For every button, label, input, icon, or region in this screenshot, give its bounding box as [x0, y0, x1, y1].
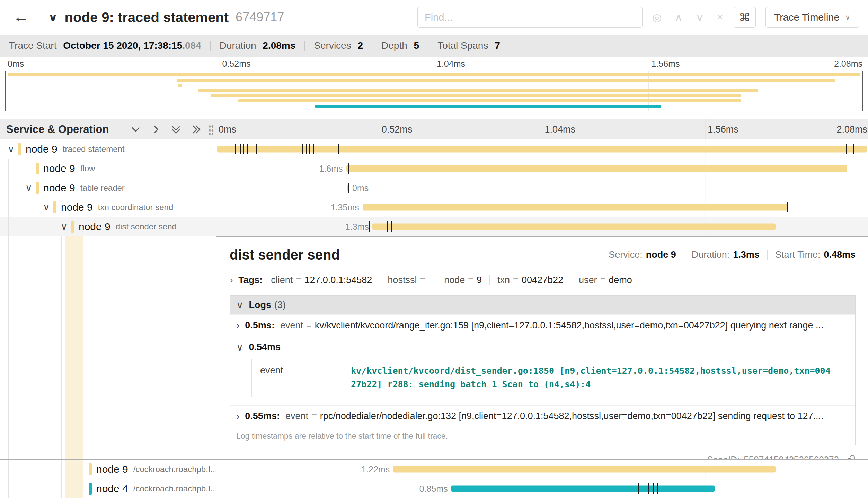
summary-label: Depth	[381, 40, 410, 51]
log-marker	[318, 144, 318, 154]
indent-guide	[44, 479, 44, 498]
indent-guide	[8, 217, 9, 236]
log-fields-table: event kv/kvclient/kvcoord/dist_sender.go…	[251, 359, 842, 397]
indent-guide	[26, 217, 26, 236]
log-entry-expanded[interactable]: ∨ 0.54ms event kv/kvclient/kvcoord/dist_…	[230, 336, 855, 405]
span-bar[interactable]	[346, 165, 847, 172]
log-entry[interactable]: › 0.5ms: event = kv/kvclient/kvcoord/ran…	[230, 314, 855, 336]
span-timeline-cell[interactable]: 1.35ms	[216, 198, 868, 217]
collapse-all-icon[interactable]	[171, 125, 181, 134]
span-toggle-chevron-down-icon[interactable]: ∨	[57, 221, 71, 232]
clear-icon[interactable]: ×	[717, 11, 723, 24]
separator	[210, 41, 211, 51]
service-name: node 9	[43, 182, 75, 194]
separator	[304, 41, 305, 51]
chevron-up-icon[interactable]: ∧	[675, 11, 683, 24]
span-toggle-chevron-down-icon[interactable]: ∨	[4, 144, 18, 155]
chevron-down-icon[interactable]: ∨	[236, 299, 243, 311]
timeline-header-left: Service & Operation	[0, 119, 216, 139]
find-input[interactable]	[417, 7, 643, 28]
span-row[interactable]: node 9/cockroach.roachpb.I...1.22ms	[0, 460, 868, 479]
log-marker	[313, 144, 314, 154]
chevron-down-icon[interactable]: ∨	[236, 342, 243, 353]
span-bar[interactable]	[451, 486, 715, 492]
logs-note: Log timestamps are relative to the start…	[230, 427, 855, 445]
time-tick-label: 1.04ms	[434, 59, 465, 69]
column-resizer-grip[interactable]	[209, 125, 214, 136]
equals-sign: =	[296, 275, 301, 286]
span-bar[interactable]	[393, 466, 775, 473]
indent-guide	[61, 236, 62, 459]
log-value: rpc/nodedialer/nodedialer.go:132 [n9,cli…	[320, 411, 824, 422]
keyboard-shortcuts-button[interactable]: ⌘	[734, 7, 756, 28]
indent-guide	[61, 460, 62, 479]
chevron-right-icon[interactable]: ›	[236, 411, 239, 422]
minimap-canvas[interactable]	[5, 71, 863, 111]
span-duration-label: 1.6ms	[284, 164, 343, 174]
span-row[interactable]: node 4/cockroach.roachpb.I...0.85ms	[0, 479, 868, 498]
span-timeline-cell[interactable]: 1.22ms	[216, 460, 868, 479]
service-name: node 9	[26, 143, 57, 155]
collapse-one-icon[interactable]	[131, 125, 141, 134]
chevron-down-icon[interactable]: ∨	[696, 11, 704, 24]
span-detail-title: dist sender send	[230, 247, 340, 263]
log-value: kv/kvclient/kvcoord/range_iter.go:159 [n…	[315, 320, 824, 331]
summary-value: 2	[357, 40, 363, 51]
time-tick-label: 0.52ms	[220, 59, 251, 69]
link-icon[interactable]	[845, 454, 856, 459]
summary-value-fraction: .084	[182, 40, 201, 51]
span-row[interactable]: ∨node 9traced statement	[0, 139, 868, 159]
span-timeline-cell[interactable]: 0.85ms	[216, 479, 868, 498]
log-marker	[653, 483, 654, 494]
span-row[interactable]: node 9flow1.6ms	[0, 159, 868, 178]
chevron-right-icon[interactable]: ›	[236, 320, 239, 331]
span-bar[interactable]	[217, 146, 867, 153]
expand-one-icon[interactable]	[151, 125, 161, 134]
chevron-right-icon[interactable]: ›	[230, 274, 233, 286]
equals-sign: =	[306, 320, 312, 331]
log-entry[interactable]: › 0.55ms: event = rpc/nodedialer/nodedia…	[230, 405, 855, 427]
expand-all-icon[interactable]	[191, 125, 201, 134]
trace-summary-items: Trace Start October 15 2020, 17:38:15.08…	[9, 40, 500, 52]
log-marker	[787, 202, 788, 212]
service-color-bar	[71, 221, 74, 233]
back-button[interactable]: ←	[9, 7, 39, 28]
span-detail-row: dist sender send Service:node 9 Duration…	[0, 236, 868, 460]
span-timeline-cell[interactable]: 1.3ms	[216, 217, 868, 236]
span-toggle-chevron-down-icon[interactable]: ∨	[39, 202, 53, 213]
log-marker	[306, 144, 307, 154]
span-duration-label: 1.3ms	[310, 222, 369, 232]
service-name: node 9	[79, 221, 110, 233]
log-marker	[638, 483, 639, 494]
operation-name: flow	[80, 164, 95, 173]
service-name: node 9	[61, 201, 93, 213]
separator	[489, 275, 490, 285]
logs-count: (3)	[274, 300, 286, 310]
operation-name: dist sender send	[116, 222, 177, 232]
span-list-bottom: node 9/cockroach.roachpb.I...1.22msnode …	[0, 460, 868, 498]
selected-span-indent-guide	[65, 236, 83, 459]
span-bar[interactable]	[363, 204, 789, 211]
span-timeline-cell[interactable]	[216, 139, 868, 159]
minimap-span-bar	[177, 79, 835, 82]
operation-name: table reader	[80, 183, 125, 193]
log-marker	[648, 483, 649, 494]
locate-icon[interactable]: ◎	[652, 11, 662, 24]
span-row[interactable]: ∨node 9table reader0ms	[0, 178, 868, 198]
span-timeline-cell[interactable]: 1.6ms	[216, 159, 868, 178]
span-row[interactable]: ∨node 9txn coordinator send1.35ms	[0, 198, 868, 217]
trace-title-group[interactable]: ∨ node 9: traced statement 6749717	[48, 10, 284, 25]
span-detail-panel: dist sender send Service:node 9 Duration…	[216, 236, 868, 459]
span-duration-label: 1.35ms	[300, 202, 359, 212]
indent-guide	[26, 479, 26, 498]
collapse-header-chevron-icon[interactable]: ∨	[48, 10, 58, 24]
span-timeline-cell[interactable]: 0ms	[216, 178, 868, 198]
span-toggle-chevron-down-icon[interactable]: ∨	[22, 182, 36, 193]
trace-view-selector[interactable]: Trace Timeline ∨	[765, 7, 859, 28]
logs-header[interactable]: ∨ Logs (3)	[230, 296, 855, 314]
log-marker	[369, 221, 370, 232]
span-bar[interactable]	[372, 224, 776, 230]
tags-row[interactable]: › Tags: client=127.0.0.1:54582hostssl=no…	[230, 273, 856, 287]
logs-section: ∨ Logs (3) › 0.5ms: event = kv/kvclient/…	[230, 295, 856, 445]
span-row[interactable]: ∨node 9dist sender send1.3ms	[0, 217, 868, 236]
